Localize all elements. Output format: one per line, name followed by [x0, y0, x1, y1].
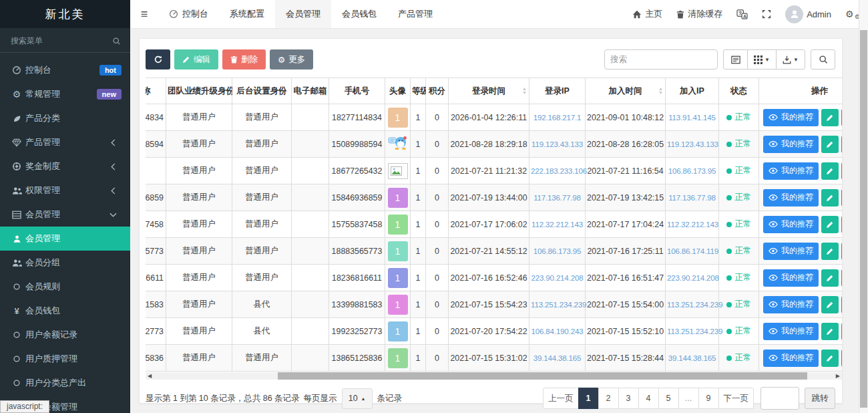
page-button-2[interactable]: 2	[598, 388, 619, 409]
edit-row-button[interactable]	[821, 216, 839, 233]
sort-icon[interactable]: ▲▼	[658, 87, 663, 95]
my-referrals-button[interactable]: 我的推荐	[763, 269, 819, 287]
edit-row-button[interactable]	[821, 269, 839, 287]
member-row[interactable]: 6859普通用户普通用户158469368591102021-07-19 13:…	[146, 184, 842, 211]
my-referrals-button[interactable]: 我的推荐	[763, 350, 819, 367]
scroll-right-icon[interactable]: ▶	[836, 373, 840, 379]
page-scrollbar[interactable]	[859, 0, 868, 413]
join-ip-link[interactable]: 119.123.43.133	[667, 140, 718, 148]
login-ip-link[interactable]: 119.123.43.133	[531, 140, 583, 148]
login-ip-link[interactable]: 106.84.190.243	[531, 327, 584, 335]
search-button[interactable]	[811, 49, 835, 70]
more-button[interactable]: ⚙ 更多	[270, 49, 313, 70]
sidebar-item-bonus-system[interactable]: 奖金制度	[0, 154, 130, 178]
scroll-left-icon[interactable]: ◀	[148, 373, 152, 379]
clear-cache-link[interactable]: 清除缓存	[676, 8, 722, 20]
page-scrollbar-thumb[interactable]	[860, 30, 867, 408]
my-referrals-button[interactable]: 我的推荐	[763, 162, 819, 180]
sidebar-item-general-management[interactable]: ⚙常规管理new	[0, 82, 130, 106]
join-ip-link[interactable]: 113.251.234.239	[667, 327, 722, 335]
login-ip-link[interactable]: 112.32.212.143	[531, 220, 583, 229]
my-referrals-button[interactable]: 我的推荐	[763, 323, 819, 340]
sidebar-item-member-rules[interactable]: 会员规则	[0, 275, 130, 299]
edit-row-button[interactable]	[821, 243, 839, 260]
nav-tab-member-management[interactable]: 会员管理	[275, 0, 331, 28]
join-ip-link[interactable]: 117.136.77.98	[668, 193, 716, 202]
detail-view-button[interactable]	[723, 49, 748, 70]
login-ip-link[interactable]: 106.86.173.95	[533, 247, 582, 255]
nav-tab-console[interactable]: 控制台	[158, 0, 219, 28]
my-referrals-button[interactable]: 我的推荐	[763, 216, 819, 233]
horizontal-scrollbar[interactable]: ◀ ▶	[146, 372, 842, 380]
table-scroll-area[interactable]: 称 团队业绩升级身份 后台设置身份 电子邮箱 手机号 头像 等级 积分 登录时间…	[146, 78, 842, 372]
delete-row-button[interactable]	[841, 109, 842, 126]
join-ip-link[interactable]: 223.90.214.208	[667, 273, 719, 282]
delete-row-button[interactable]	[841, 269, 842, 287]
user-menu[interactable]: Admin	[785, 5, 831, 23]
page-button-9[interactable]: 9	[698, 388, 719, 409]
delete-row-button[interactable]	[841, 243, 842, 260]
login-ip-link[interactable]: 192.168.217.1	[533, 113, 582, 122]
sidebar-item-user-balance-records[interactable]: 用户余额记录	[0, 323, 130, 347]
sidebar-item-member-groups[interactable]: 会员分组	[0, 251, 130, 275]
login-ip-link[interactable]: 222.183.233.106	[531, 166, 587, 175]
columns-dropdown-button[interactable]: ▼	[747, 49, 777, 70]
edit-row-button[interactable]	[821, 296, 839, 313]
sidebar-item-dashboard[interactable]: 控制台hot	[0, 58, 130, 82]
sidebar-item-product-management[interactable]: 产品管理	[0, 130, 130, 154]
settings-gears-icon[interactable]: ⚙⚙	[845, 9, 859, 19]
page-jump-input[interactable]	[761, 387, 799, 410]
my-referrals-button[interactable]: 我的推荐	[763, 136, 819, 153]
delete-row-button[interactable]	[841, 350, 842, 367]
sidebar-search-input[interactable]	[9, 35, 112, 46]
login-ip-link[interactable]: 39.144.38.165	[533, 354, 582, 362]
delete-button[interactable]: 删除	[222, 49, 266, 70]
delete-row-button[interactable]	[841, 136, 842, 153]
delete-row-button[interactable]	[841, 296, 842, 313]
sidebar-item-member-wallet[interactable]: ¥会员钱包	[0, 299, 130, 323]
sidebar-item-product-category[interactable]: 产品分类	[0, 106, 130, 130]
edit-row-button[interactable]	[821, 323, 839, 340]
login-ip-link[interactable]: 117.136.77.98	[533, 193, 581, 202]
delete-row-button[interactable]	[841, 162, 842, 180]
per-page-select[interactable]: 10 ▲	[342, 388, 373, 409]
member-row[interactable]: 普通用户普通用户18677265432102021-07-21 11:21:32…	[146, 158, 842, 184]
member-row[interactable]: 2773普通用户县代199232527731102021-07-20 17:54…	[146, 318, 842, 345]
my-referrals-button[interactable]: 我的推荐	[763, 189, 819, 206]
member-row[interactable]: 6611普通用户普通用户182368166111102021-07-16 16:…	[146, 265, 842, 291]
join-ip-link[interactable]: 106.86.174.119	[667, 247, 718, 255]
sidebar-item-member-management-group[interactable]: 会员管理	[0, 202, 130, 227]
my-referrals-button[interactable]: 我的推荐	[763, 243, 819, 260]
sidebar-item-user-pledge-management[interactable]: 用户质押管理	[0, 347, 130, 371]
edit-button[interactable]: 编辑	[174, 49, 218, 70]
edit-row-button[interactable]	[821, 350, 839, 367]
edit-row-button[interactable]	[821, 162, 839, 180]
member-row[interactable]: 4834普通用户普通用户182771148341102026-01-04 12:…	[146, 104, 842, 131]
nav-tab-system-config[interactable]: 系统配置	[219, 0, 275, 28]
page-jump-button[interactable]: 跳转	[805, 388, 835, 409]
export-dropdown-button[interactable]: ▼	[776, 49, 805, 70]
edit-row-button[interactable]	[821, 136, 839, 153]
refresh-button[interactable]	[146, 49, 170, 70]
my-referrals-button[interactable]: 我的推荐	[763, 109, 819, 126]
sidebar-item-permission-management[interactable]: 权限管理	[0, 178, 130, 202]
login-ip-link[interactable]: 223.90.214.208	[531, 273, 584, 282]
delete-row-button[interactable]	[841, 323, 842, 340]
join-ip-link[interactable]: 113.91.41.145	[668, 113, 716, 122]
delete-row-button[interactable]	[841, 216, 842, 233]
language-icon[interactable]: A	[736, 9, 748, 19]
join-ip-link[interactable]: 106.86.173.95	[668, 166, 716, 175]
hamburger-menu-icon[interactable]: ≡	[130, 0, 158, 28]
page-button-1[interactable]: 1	[578, 388, 599, 409]
horizontal-scrollbar-thumb[interactable]	[278, 372, 807, 380]
join-ip-link[interactable]: 113.251.234.239	[667, 300, 722, 309]
nav-tab-member-wallet[interactable]: 会员钱包	[331, 0, 387, 28]
prev-page-button[interactable]: 上一页	[543, 388, 579, 409]
my-referrals-button[interactable]: 我的推荐	[763, 296, 819, 313]
login-ip-link[interactable]: 113.251.234.239	[531, 300, 586, 309]
home-link[interactable]: 主页	[632, 8, 662, 20]
member-row[interactable]: 5773普通用户普通用户188835657731102021-07-21 14:…	[146, 238, 842, 265]
sort-icon[interactable]: ▲▼	[522, 87, 527, 95]
member-row[interactable]: 7458普通用户普通用户157558374581102021-07-17 17:…	[146, 211, 842, 238]
next-page-button[interactable]: 下一页	[718, 388, 754, 409]
